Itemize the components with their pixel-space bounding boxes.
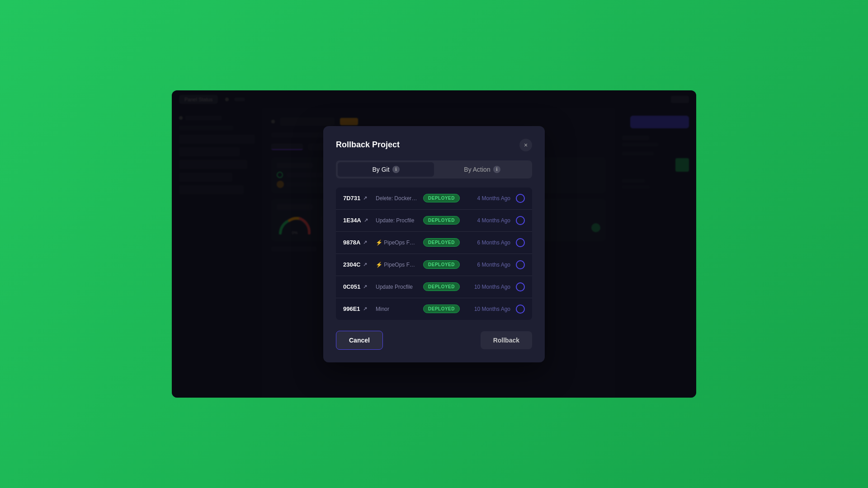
- commit-hash: 996E1 ↗: [343, 305, 370, 312]
- status-badge: DEPLOYED: [423, 305, 460, 313]
- radio-select[interactable]: [516, 238, 525, 247]
- commit-time: 4 Months Ago: [465, 217, 510, 224]
- commit-time: 4 Months Ago: [465, 195, 510, 202]
- external-link-icon: ↗: [363, 306, 367, 312]
- commit-time: 6 Months Ago: [465, 262, 510, 268]
- modal-overlay: Rollback Project × By Git ℹ By Action ℹ: [172, 90, 696, 398]
- status-badge: DEPLOYED: [423, 194, 460, 202]
- external-link-icon: ↗: [363, 284, 367, 290]
- radio-select[interactable]: [516, 216, 525, 225]
- rollback-button[interactable]: Rollback: [481, 331, 532, 349]
- external-link-icon: ↗: [364, 217, 368, 223]
- by-action-info-icon: ℹ: [493, 166, 500, 173]
- commit-message: Update: Procfile: [376, 217, 418, 224]
- commit-time: 10 Months Ago: [465, 306, 510, 312]
- table-row[interactable]: 9878A ↗ ⚡ PipeOps FastAP... DEPLOYED 6 M…: [336, 232, 532, 254]
- commit-time: 10 Months Ago: [465, 284, 510, 290]
- external-link-icon: ↗: [363, 195, 367, 201]
- table-row[interactable]: 7D731 ↗ Delete: Dockerfile DEPLOYED 4 Mo…: [336, 188, 532, 210]
- modal-title: Rollback Project: [336, 140, 400, 150]
- modal-footer: Cancel Rollback: [336, 331, 532, 350]
- app-window: Panel Status: [172, 90, 696, 398]
- status-badge: DEPLOYED: [423, 282, 460, 291]
- radio-select[interactable]: [516, 305, 525, 314]
- commit-message: ⚡ PipeOps FastAP...: [376, 262, 418, 268]
- status-badge: DEPLOYED: [423, 238, 460, 247]
- table-row[interactable]: 996E1 ↗ Minor DEPLOYED 10 Months Ago: [336, 298, 532, 320]
- tab-by-action[interactable]: By Action ℹ: [434, 162, 530, 177]
- commit-time: 6 Months Ago: [465, 239, 510, 246]
- table-row[interactable]: 2304C ↗ ⚡ PipeOps FastAP... DEPLOYED 6 M…: [336, 254, 532, 276]
- commit-message: ⚡ PipeOps FastAP...: [376, 239, 418, 246]
- tab-by-git-label: By Git: [372, 166, 389, 173]
- lightning-icon: ⚡: [376, 239, 382, 246]
- lightning-icon: ⚡: [376, 262, 382, 268]
- commit-message: Delete: Dockerfile: [376, 195, 418, 202]
- commit-hash: 1E34A ↗: [343, 217, 370, 224]
- by-git-info-icon: ℹ: [392, 166, 400, 173]
- external-link-icon: ↗: [363, 239, 367, 245]
- cancel-button[interactable]: Cancel: [336, 331, 383, 350]
- table-row[interactable]: 1E34A ↗ Update: Procfile DEPLOYED 4 Mont…: [336, 210, 532, 232]
- modal-header: Rollback Project ×: [336, 139, 532, 151]
- radio-select[interactable]: [516, 282, 525, 291]
- commit-hash: 0C051 ↗: [343, 283, 370, 290]
- commit-message: Minor: [376, 306, 418, 312]
- commit-hash: 9878A ↗: [343, 239, 370, 246]
- close-button[interactable]: ×: [519, 139, 532, 151]
- external-link-icon: ↗: [363, 262, 367, 267]
- radio-select[interactable]: [516, 260, 525, 269]
- rollback-modal: Rollback Project × By Git ℹ By Action ℹ: [323, 126, 545, 362]
- tab-by-action-label: By Action: [464, 166, 490, 173]
- tab-by-git[interactable]: By Git ℹ: [338, 162, 434, 177]
- tab-switcher: By Git ℹ By Action ℹ: [336, 160, 532, 178]
- commit-hash: 2304C ↗: [343, 261, 370, 268]
- commit-hash: 7D731 ↗: [343, 195, 370, 202]
- radio-select[interactable]: [516, 194, 525, 203]
- table-row[interactable]: 0C051 ↗ Update Procfile DEPLOYED 10 Mont…: [336, 276, 532, 298]
- status-badge: DEPLOYED: [423, 260, 460, 269]
- commit-list: 7D731 ↗ Delete: Dockerfile DEPLOYED 4 Mo…: [336, 188, 532, 320]
- status-badge: DEPLOYED: [423, 216, 460, 225]
- commit-message: Update Procfile: [376, 284, 418, 290]
